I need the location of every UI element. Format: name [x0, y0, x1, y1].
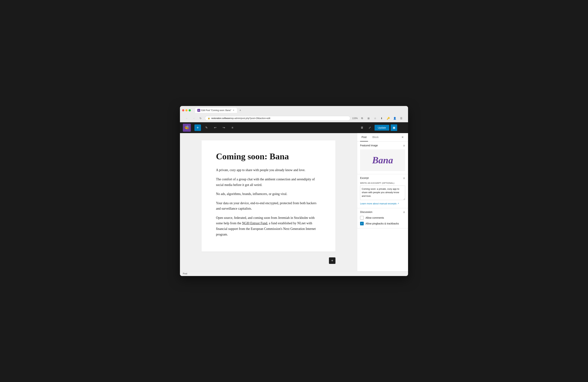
preview-button[interactable]: 🖥 [359, 124, 365, 131]
discussion-section: Discussion ∧ Allow comments ✓ Allow ping… [357, 208, 408, 229]
browser-actions: ⧉ ⊞ ☆ ⬇ 🔑 👤 ☰ [359, 116, 404, 121]
excerpt-content: WRITE AN EXCERPT (OPTIONAL) Coming soon:… [357, 182, 408, 208]
excerpt-section: Excerpt ∧ WRITE AN EXCERPT (OPTIONAL) Co… [357, 174, 408, 208]
redo-button[interactable]: ↪ [220, 124, 227, 131]
editor-layout: Coming soon: Bana A private, cozy app to… [180, 133, 408, 271]
reload-button[interactable]: ↻ [198, 116, 203, 121]
browser-titlebar: W Edit Post "Coming soon: Bana" ✕ + [182, 108, 406, 113]
paragraph-5[interactable]: Open source, federated, and coming soon … [216, 215, 321, 237]
toolbar-right: 🖥 ⤢ Update ▣ ⋮ [359, 124, 405, 131]
traffic-lights [182, 109, 191, 112]
pencil-icon: ✎ [205, 126, 208, 129]
bana-logo: Bana [372, 155, 393, 166]
paragraph-1[interactable]: A private, cozy app to share with people… [216, 167, 321, 173]
bookmark-icon[interactable]: ☆ [373, 116, 378, 121]
undo-button[interactable]: ↩ [212, 124, 218, 131]
nav-controls: ← → ↻ 🔒 restoration.software/wp-admin/po… [182, 114, 406, 122]
security-icon: 🔒 [208, 117, 210, 119]
featured-image-container[interactable]: Bana [360, 149, 405, 171]
minimize-traffic-light[interactable] [185, 109, 188, 112]
featured-image-header[interactable]: Featured image ∧ [357, 142, 408, 149]
url-domain: restoration.software [211, 117, 230, 119]
external-link-icon: ↗ [397, 202, 399, 205]
back-button[interactable]: ← [184, 116, 189, 121]
allow-pingbacks-checkbox[interactable]: ✓ [360, 222, 364, 225]
tab-favicon: W [197, 109, 200, 112]
undo-icon: ↩ [214, 126, 216, 129]
update-button[interactable]: Update [375, 125, 389, 131]
wp-logo-button[interactable]: 🐝 [183, 124, 191, 132]
ngi0-link[interactable]: NGI0 Entrust Fund [242, 221, 267, 225]
excerpt-chevron: ∧ [403, 176, 405, 180]
post-editor[interactable]: Coming soon: Bana A private, cozy app to… [202, 140, 336, 252]
forward-button[interactable]: → [191, 116, 196, 121]
desktop-icon: 🖥 [360, 126, 363, 129]
discussion-chevron: ∧ [403, 210, 405, 214]
post-title[interactable]: Coming soon: Bana [216, 151, 321, 162]
excerpt-link-text: Learn more about manual excerpts [360, 202, 397, 205]
list-view-button[interactable]: ≡ [229, 124, 236, 131]
featured-image-section: Featured image ∧ Bana [357, 142, 408, 174]
new-tab-button[interactable]: + [238, 108, 243, 113]
extension-icon[interactable]: 🔑 [386, 116, 391, 121]
url-display: restoration.software/wp-admin/post.php?p… [211, 117, 270, 119]
allow-comments-checkbox[interactable] [360, 216, 364, 220]
wp-logo-icon: 🐝 [185, 125, 189, 130]
more-options-button[interactable]: ⋮ [399, 125, 405, 131]
grid-icon[interactable]: ⊞ [366, 116, 371, 121]
allow-comments-label: Allow comments [365, 216, 384, 219]
maximize-traffic-light[interactable] [189, 109, 191, 112]
excerpt-learn-more-link[interactable]: Learn more about manual excerpts ↗ [360, 202, 399, 205]
sidebar-toggle-button[interactable]: ▣ [391, 124, 397, 131]
sidebar-tabs: Post Block ✕ [357, 133, 408, 142]
sidebar-icon: ▣ [393, 126, 395, 129]
redo-icon: ↪ [223, 126, 225, 129]
wp-admin-bar: 🐝 + ✎ ↩ ↪ ≡ 🖥 ⤢ Update ▣ [180, 122, 408, 133]
external-link-icon: ⤢ [369, 126, 371, 129]
add-block-toolbar-button[interactable]: + [194, 124, 201, 131]
featured-image-content: Bana [357, 149, 408, 174]
discussion-content: Allow comments ✓ Allow pingbacks & track… [357, 216, 408, 228]
address-bar[interactable]: 🔒 restoration.software/wp-admin/post.php… [205, 116, 350, 121]
editor-content[interactable]: Coming soon: Bana A private, cozy app to… [180, 133, 357, 271]
discussion-header[interactable]: Discussion ∧ [357, 208, 408, 216]
excerpt-textarea[interactable]: Coming soon: a private, cozy app to shar… [360, 186, 405, 200]
tab-title: Edit Post "Coming soon: Bana" [201, 109, 231, 112]
view-post-button[interactable]: ⤢ [367, 124, 373, 131]
menu-icon[interactable]: ☰ [399, 116, 404, 121]
paragraph-2[interactable]: The comfort of a group chat with the amb… [216, 176, 321, 188]
featured-image-title: Featured image [360, 144, 378, 147]
status-bar: Post [180, 271, 408, 276]
excerpt-header[interactable]: Excerpt ∧ [357, 174, 408, 182]
close-traffic-light[interactable] [182, 109, 184, 112]
featured-image-chevron: ∧ [403, 144, 405, 147]
allow-pingbacks-label: Allow pingbacks & trackbacks [365, 222, 399, 225]
zoom-level: 133% [352, 117, 358, 119]
download-icon[interactable]: ⬇ [379, 116, 384, 121]
sidebar-close-button[interactable]: ✕ [400, 134, 405, 140]
paragraph-3[interactable]: No ads, algorithms, brands, influencers,… [216, 191, 321, 197]
tab-bar: W Edit Post "Coming soon: Bana" ✕ + [195, 108, 243, 113]
featured-image-display: Bana [360, 149, 405, 171]
tab-block[interactable]: Block [371, 133, 380, 141]
add-block-row: + [202, 254, 336, 264]
active-tab[interactable]: W Edit Post "Coming soon: Bana" ✕ [195, 108, 237, 113]
tools-button[interactable]: ✎ [203, 124, 210, 131]
paragraph-4[interactable]: Your data on your device, end-to-end enc… [216, 200, 321, 211]
discussion-title: Discussion [360, 210, 372, 213]
editor-sidebar: Post Block ✕ Featured image ∧ Bana [357, 133, 408, 271]
browser-chrome: W Edit Post "Coming soon: Bana" ✕ + ← → … [180, 106, 408, 122]
tab-close-button[interactable]: ✕ [232, 109, 235, 112]
status-text: Post [183, 272, 187, 275]
browser-window: W Edit Post "Coming soon: Bana" ✕ + ← → … [180, 106, 408, 276]
excerpt-title: Excerpt [360, 176, 369, 179]
profile-icon[interactable]: 👤 [392, 116, 397, 121]
copy-icon[interactable]: ⧉ [359, 116, 365, 121]
tab-post[interactable]: Post [360, 133, 368, 141]
url-path: /wp-admin/post.php?post=28&action=edit [230, 117, 270, 119]
post-body[interactable]: A private, cozy app to share with people… [216, 167, 321, 237]
allow-pingbacks-option: ✓ Allow pingbacks & trackbacks [360, 222, 405, 225]
list-view-icon: ≡ [231, 126, 233, 129]
add-block-button[interactable]: + [329, 257, 336, 264]
plus-icon: + [197, 125, 199, 130]
